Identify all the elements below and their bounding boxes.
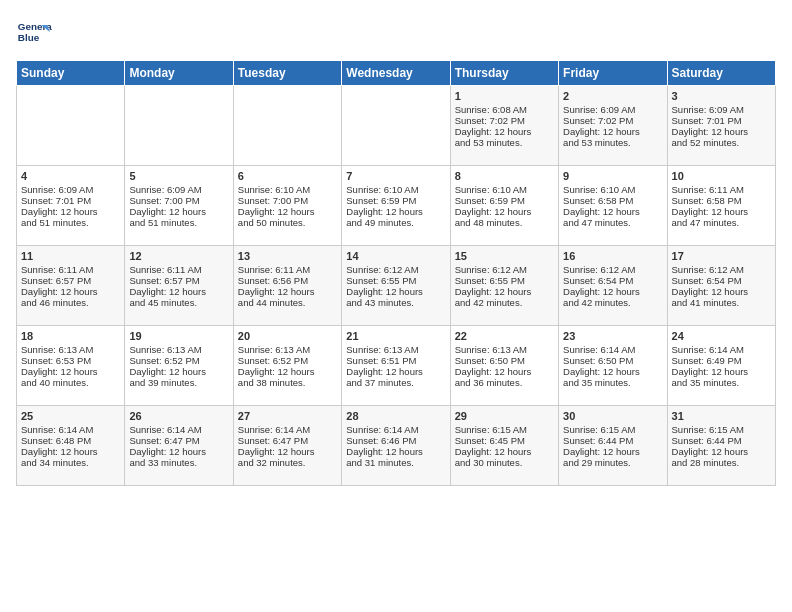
day-info-line: Sunrise: 6:12 AM <box>455 264 554 275</box>
day-number: 25 <box>21 410 120 422</box>
day-info-line: and 35 minutes. <box>672 377 771 388</box>
day-info-line: Daylight: 12 hours <box>129 366 228 377</box>
day-info-line: Sunrise: 6:15 AM <box>563 424 662 435</box>
day-number: 23 <box>563 330 662 342</box>
day-info-line: Sunset: 6:57 PM <box>129 275 228 286</box>
day-info-line: Sunrise: 6:12 AM <box>346 264 445 275</box>
calendar-cell: 26Sunrise: 6:14 AMSunset: 6:47 PMDayligh… <box>125 406 233 486</box>
day-info-line: Sunset: 6:55 PM <box>455 275 554 286</box>
day-info-line: and 31 minutes. <box>346 457 445 468</box>
day-info-line: and 38 minutes. <box>238 377 337 388</box>
calendar-cell <box>342 86 450 166</box>
calendar-cell: 23Sunrise: 6:14 AMSunset: 6:50 PMDayligh… <box>559 326 667 406</box>
calendar-cell: 13Sunrise: 6:11 AMSunset: 6:56 PMDayligh… <box>233 246 341 326</box>
col-tuesday: Tuesday <box>233 61 341 86</box>
logo: General Blue <box>16 16 52 52</box>
day-number: 2 <box>563 90 662 102</box>
calendar-cell: 6Sunrise: 6:10 AMSunset: 7:00 PMDaylight… <box>233 166 341 246</box>
day-info-line: and 49 minutes. <box>346 217 445 228</box>
day-info-line: Sunrise: 6:09 AM <box>563 104 662 115</box>
day-number: 10 <box>672 170 771 182</box>
day-info-line: and 34 minutes. <box>21 457 120 468</box>
day-info-line: and 52 minutes. <box>672 137 771 148</box>
day-info-line: Sunset: 6:44 PM <box>563 435 662 446</box>
day-info-line: Sunrise: 6:13 AM <box>129 344 228 355</box>
day-info-line: Sunrise: 6:15 AM <box>455 424 554 435</box>
day-info-line: Sunset: 6:52 PM <box>129 355 228 366</box>
day-info-line: Daylight: 12 hours <box>672 126 771 137</box>
day-info-line: Daylight: 12 hours <box>455 446 554 457</box>
day-info-line: Daylight: 12 hours <box>21 366 120 377</box>
day-info-line: and 47 minutes. <box>563 217 662 228</box>
day-info-line: Sunrise: 6:13 AM <box>21 344 120 355</box>
day-info-line: Daylight: 12 hours <box>563 286 662 297</box>
day-info-line: Daylight: 12 hours <box>238 446 337 457</box>
calendar-cell: 27Sunrise: 6:14 AMSunset: 6:47 PMDayligh… <box>233 406 341 486</box>
day-number: 15 <box>455 250 554 262</box>
day-info-line: Daylight: 12 hours <box>455 206 554 217</box>
calendar-cell <box>17 86 125 166</box>
day-info-line: Sunset: 6:58 PM <box>563 195 662 206</box>
day-info-line: Sunset: 6:54 PM <box>563 275 662 286</box>
day-info-line: Sunrise: 6:12 AM <box>563 264 662 275</box>
calendar-cell: 14Sunrise: 6:12 AMSunset: 6:55 PMDayligh… <box>342 246 450 326</box>
day-info-line: and 50 minutes. <box>238 217 337 228</box>
day-info-line: Daylight: 12 hours <box>21 446 120 457</box>
day-info-line: and 41 minutes. <box>672 297 771 308</box>
day-number: 30 <box>563 410 662 422</box>
day-number: 1 <box>455 90 554 102</box>
calendar-body: 1Sunrise: 6:08 AMSunset: 7:02 PMDaylight… <box>17 86 776 486</box>
day-info-line: and 53 minutes. <box>455 137 554 148</box>
day-info-line: Daylight: 12 hours <box>238 286 337 297</box>
day-info-line: Sunrise: 6:09 AM <box>129 184 228 195</box>
day-info-line: Sunset: 6:50 PM <box>455 355 554 366</box>
day-info-line: Daylight: 12 hours <box>672 446 771 457</box>
day-number: 21 <box>346 330 445 342</box>
day-info-line: Sunset: 7:00 PM <box>129 195 228 206</box>
day-info-line: Sunrise: 6:11 AM <box>238 264 337 275</box>
day-info-line: Sunrise: 6:14 AM <box>672 344 771 355</box>
day-info-line: Sunset: 6:48 PM <box>21 435 120 446</box>
day-number: 8 <box>455 170 554 182</box>
day-info-line: Daylight: 12 hours <box>346 286 445 297</box>
day-info-line: Daylight: 12 hours <box>129 446 228 457</box>
day-info-line: Daylight: 12 hours <box>563 366 662 377</box>
day-info-line: Sunset: 6:50 PM <box>563 355 662 366</box>
calendar-table: Sunday Monday Tuesday Wednesday Thursday… <box>16 60 776 486</box>
day-info-line: Sunrise: 6:11 AM <box>21 264 120 275</box>
day-info-line: Sunrise: 6:14 AM <box>21 424 120 435</box>
day-info-line: Sunset: 6:47 PM <box>238 435 337 446</box>
day-number: 16 <box>563 250 662 262</box>
header: General Blue <box>16 16 776 52</box>
day-number: 17 <box>672 250 771 262</box>
day-info-line: Sunrise: 6:15 AM <box>672 424 771 435</box>
day-info-line: Sunrise: 6:10 AM <box>346 184 445 195</box>
day-info-line: and 51 minutes. <box>129 217 228 228</box>
day-info-line: Sunrise: 6:14 AM <box>563 344 662 355</box>
day-info-line: Daylight: 12 hours <box>672 286 771 297</box>
day-number: 28 <box>346 410 445 422</box>
day-info-line: and 53 minutes. <box>563 137 662 148</box>
day-info-line: and 44 minutes. <box>238 297 337 308</box>
calendar-cell: 31Sunrise: 6:15 AMSunset: 6:44 PMDayligh… <box>667 406 775 486</box>
logo-icon: General Blue <box>16 16 52 52</box>
day-info-line: Daylight: 12 hours <box>129 206 228 217</box>
day-info-line: Sunset: 7:01 PM <box>21 195 120 206</box>
calendar-cell: 1Sunrise: 6:08 AMSunset: 7:02 PMDaylight… <box>450 86 558 166</box>
day-number: 6 <box>238 170 337 182</box>
calendar-cell: 4Sunrise: 6:09 AMSunset: 7:01 PMDaylight… <box>17 166 125 246</box>
calendar-cell: 11Sunrise: 6:11 AMSunset: 6:57 PMDayligh… <box>17 246 125 326</box>
calendar-cell: 15Sunrise: 6:12 AMSunset: 6:55 PMDayligh… <box>450 246 558 326</box>
calendar-cell: 24Sunrise: 6:14 AMSunset: 6:49 PMDayligh… <box>667 326 775 406</box>
day-info-line: Sunset: 6:55 PM <box>346 275 445 286</box>
day-info-line: Sunset: 6:47 PM <box>129 435 228 446</box>
day-info-line: Sunset: 7:01 PM <box>672 115 771 126</box>
day-info-line: Sunrise: 6:10 AM <box>238 184 337 195</box>
calendar-cell: 22Sunrise: 6:13 AMSunset: 6:50 PMDayligh… <box>450 326 558 406</box>
week-row-5: 25Sunrise: 6:14 AMSunset: 6:48 PMDayligh… <box>17 406 776 486</box>
day-info-line: Sunset: 6:58 PM <box>672 195 771 206</box>
day-info-line: Daylight: 12 hours <box>21 206 120 217</box>
day-info-line: Daylight: 12 hours <box>129 286 228 297</box>
day-info-line: and 43 minutes. <box>346 297 445 308</box>
day-info-line: and 45 minutes. <box>129 297 228 308</box>
